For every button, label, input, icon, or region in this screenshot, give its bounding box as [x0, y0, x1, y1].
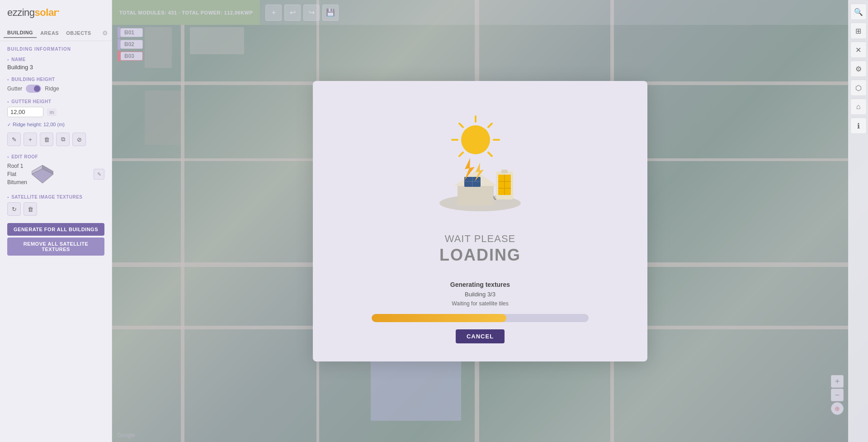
layers-icon[interactable]: ⊞	[850, 23, 867, 39]
info-icon[interactable]: ℹ	[850, 118, 867, 134]
generate-all-buildings-button[interactable]: GENERATE FOR ALL BUILDINGS	[7, 223, 104, 236]
delete-satellite-icon[interactable]: 🗑	[24, 202, 37, 216]
remove-all-textures-button[interactable]: REMOVE ALL SATELLITE TEXTURES	[7, 238, 104, 256]
svg-line-20	[459, 124, 463, 127]
gutter-height-input[interactable]	[7, 107, 43, 117]
loading-modal: WAIT PLEASE LOADING Generating textures …	[313, 81, 647, 361]
progress-bar-container	[372, 314, 589, 322]
svg-line-17	[488, 124, 492, 127]
gutter-height-input-row: m	[0, 105, 112, 121]
loading-text: LOADING	[439, 246, 521, 265]
copy-roof-icon[interactable]: ⧉	[56, 133, 70, 146]
section-building-info: BUILDING INFORMATION	[0, 41, 112, 54]
roof-type: Flat	[7, 170, 27, 178]
solar-illustration-svg	[421, 104, 539, 221]
building-height-label: BUILDING HEIGHT	[0, 74, 112, 83]
satellite-label: SATELLITE IMAGE TEXTURES	[0, 192, 112, 200]
loading-illustration	[417, 99, 543, 226]
tab-bar: BUILDING AREAS OBJECTS ⚙	[0, 25, 112, 41]
shapes-icon[interactable]: ⬡	[850, 80, 867, 96]
edit-points-icon[interactable]: ✎	[7, 133, 21, 146]
ridge-label: Ridge	[45, 86, 59, 92]
tab-objects[interactable]: OBJECTS	[62, 29, 94, 38]
home-icon[interactable]: ⌂	[850, 99, 867, 115]
satellite-action-icons: ↻ 🗑	[0, 200, 112, 221]
roof-material: Bitumen	[7, 178, 27, 186]
roof-name: Roof 1	[7, 162, 27, 170]
svg-rect-14	[501, 170, 508, 173]
building-name-value: Building 3	[0, 63, 112, 74]
settings-rt-icon[interactable]: ⚙	[850, 61, 867, 77]
svg-line-22	[459, 152, 463, 156]
roof-section: Roof 1 Flat Bitumen ✎	[0, 160, 112, 192]
svg-line-19	[488, 152, 492, 156]
progress-bar-fill	[372, 314, 506, 322]
name-label: NAME	[0, 54, 112, 63]
roof-action-icons: ✎ + 🗑 ⧉ ⊘	[0, 131, 112, 152]
right-toolbar: 🔍 ⊞ ✕ ⚙ ⬡ ⌂ ℹ	[848, 0, 868, 442]
logo-area: ezzingsolar●	[0, 0, 112, 25]
sidebar: ezzingsolar● BUILDING AREAS OBJECTS ⚙ BU…	[0, 0, 112, 442]
unit-badge: m	[47, 109, 57, 116]
edit-roof-label: EDIT ROOF	[0, 152, 112, 160]
svg-rect-4	[458, 185, 494, 205]
svg-point-15	[461, 125, 490, 154]
modal-overlay: WAIT PLEASE LOADING Generating textures …	[112, 0, 848, 442]
ridge-info: Ridge height: 12,00 (m)	[0, 121, 112, 131]
search-icon[interactable]: 🔍	[850, 4, 867, 20]
tab-areas[interactable]: AREAS	[37, 29, 62, 38]
gutter-ridge-toggle-switch[interactable]	[26, 85, 41, 93]
waiting-satellite-text: Waiting for satellite tiles	[452, 300, 509, 307]
logo: ezzingsolar●	[7, 7, 59, 19]
settings-icon[interactable]: ⚙	[102, 29, 108, 37]
cancel-button[interactable]: CANCEL	[456, 329, 505, 343]
paint-icon[interactable]: ⊘	[72, 133, 86, 146]
gutter-height-label: GUTTER HEIGHT	[0, 96, 112, 105]
delete-roof-icon[interactable]: 🗑	[40, 133, 53, 146]
gutter-ridge-toggle: Gutter Ridge	[0, 83, 112, 96]
add-roof-icon[interactable]: +	[24, 133, 37, 146]
edit-roof-pencil-icon[interactable]: ✎	[94, 169, 104, 180]
building-progress-text: Building 3/3	[465, 291, 495, 298]
tab-building[interactable]: BUILDING	[4, 28, 37, 38]
gutter-label: Gutter	[7, 86, 22, 92]
wait-please-text: WAIT PLEASE	[439, 233, 521, 245]
close-icon[interactable]: ✕	[850, 42, 867, 58]
refresh-satellite-icon[interactable]: ↻	[7, 202, 21, 216]
generating-textures-text: Generating textures	[450, 281, 510, 288]
roof-3d-icon[interactable]	[32, 163, 53, 185]
